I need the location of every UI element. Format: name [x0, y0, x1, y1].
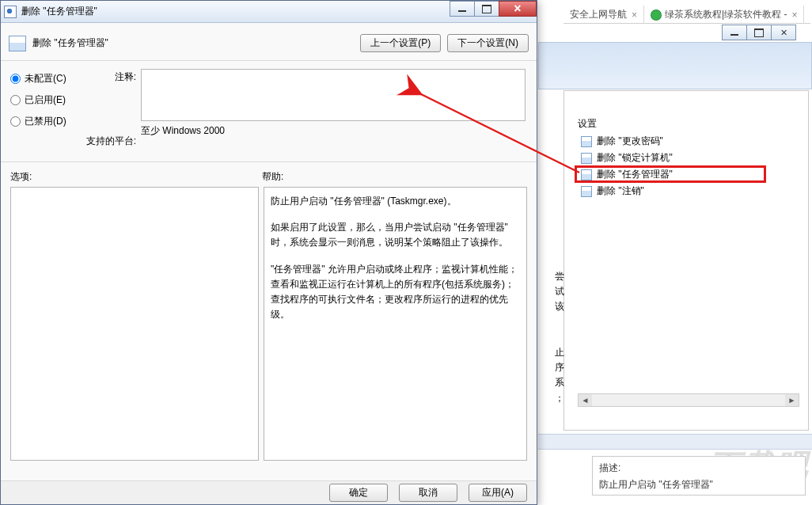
radio-label: 未配置(C) [25, 72, 66, 85]
minimize-button[interactable] [722, 25, 747, 40]
radio-input[interactable] [10, 95, 21, 105]
policy-icon [581, 136, 592, 147]
item-label: 删除 "锁定计算机" [597, 151, 673, 165]
platform-value: 至少 Windows 2000 [141, 121, 526, 138]
radio-group: 未配置(C) 已启用(E) 已禁用(D) [1, 66, 82, 161]
cancel-button[interactable]: 取消 [399, 484, 457, 502]
policy-icon [581, 186, 592, 197]
partial-text: 尝试该 止序系； [555, 269, 565, 406]
policy-icon [9, 36, 26, 51]
scroll-left-icon[interactable]: ◄ [579, 394, 592, 406]
options-label: 选项: [10, 170, 262, 184]
help-paragraph: 防止用户启动 "任务管理器" (Taskmgr.exe)。 [271, 194, 520, 209]
maximize-button[interactable] [746, 25, 772, 40]
header-title: 删除 "任务管理器" [32, 36, 108, 50]
tab-label: 绿茶系统教程|绿茶软件教程 - [665, 8, 787, 21]
list-item[interactable]: 删除 "注销" [578, 183, 804, 199]
help-paragraph: "任务管理器" 允许用户启动或终止程序；监视计算机性能；查看和监视正运行在计算机… [271, 262, 520, 323]
browser-tab-2[interactable]: 绿茶系统教程|绿茶软件教程 -× [644, 6, 804, 24]
radio-label: 已启用(E) [25, 93, 66, 107]
close-button[interactable]: ✕ [771, 25, 796, 40]
highlight-box [575, 165, 766, 183]
bg-status-bar [538, 434, 812, 450]
app-icon [4, 6, 17, 18]
header-row: 删除 "任务管理器" 上一个设置(P) 下一个设置(N) [1, 23, 537, 61]
radio-input[interactable] [10, 116, 21, 127]
tab-label: 安全上网导航 [570, 8, 627, 21]
window-title: 删除 "任务管理器" [21, 5, 97, 18]
description-text: 防止用户启动 "任务管理器" [599, 478, 799, 492]
section-labels: 选项: 帮助: [1, 162, 537, 187]
close-icon[interactable]: × [632, 9, 637, 21]
values-column: 至少 Windows 2000 [141, 66, 537, 161]
close-icon[interactable]: × [791, 9, 797, 21]
radio-label: 已禁用(D) [25, 115, 66, 128]
lower-section: 防止用户启动 "任务管理器" (Taskmgr.exe)。 如果启用了此设置，那… [1, 187, 537, 464]
window-controls-bg: ✕ [723, 25, 806, 42]
prev-setting-button[interactable]: 上一个设置(P) [360, 34, 441, 52]
window-controls [450, 1, 537, 17]
scrollbar-horizontal[interactable]: ◄ ► [578, 393, 799, 407]
title-bar[interactable]: 删除 "任务管理器" [1, 1, 537, 23]
policy-icon [581, 153, 592, 164]
help-textbox[interactable]: 防止用户启动 "任务管理器" (Taskmgr.exe)。 如果启用了此设置，那… [264, 187, 527, 461]
help-label: 帮助: [262, 170, 283, 184]
comment-label: 注释: [82, 70, 136, 84]
next-setting-button[interactable]: 下一个设置(N) [447, 34, 529, 52]
close-button[interactable] [499, 1, 537, 17]
item-label: 删除 "更改密码" [597, 135, 663, 148]
favicon-icon [651, 9, 662, 21]
policy-dialog: 删除 "任务管理器" 删除 "任务管理器" 上一个设置(P) 下一个设置(N) … [0, 0, 537, 505]
comment-textarea[interactable] [141, 69, 526, 121]
platform-label: 支持的平台: [82, 135, 136, 148]
list-item[interactable]: 删除 "更改密码" [578, 133, 804, 150]
radio-not-configured[interactable]: 未配置(C) [10, 72, 82, 85]
radio-enabled[interactable]: 已启用(E) [10, 93, 82, 107]
help-paragraph: 如果启用了此设置，那么，当用户尝试启动 "任务管理器" 时，系统会显示一则消息，… [271, 220, 520, 250]
radio-disabled[interactable]: 已禁用(D) [10, 115, 82, 128]
settings-heading: 设置 [578, 117, 597, 131]
middle-section: 未配置(C) 已启用(E) 已禁用(D) 注释: 支持的平台: 至少 Windo… [1, 61, 537, 162]
dialog-body: 删除 "任务管理器" 上一个设置(P) 下一个设置(N) 未配置(C) 已启用(… [1, 23, 537, 504]
minimize-button[interactable] [450, 1, 475, 17]
ok-button[interactable]: 确定 [329, 484, 388, 502]
description-label: 描述: [599, 461, 799, 475]
item-label: 删除 "注销" [597, 184, 644, 198]
radio-input[interactable] [10, 74, 21, 84]
bg-toolbar-strip [538, 42, 812, 89]
list-item[interactable]: 删除 "锁定计算机" [578, 150, 804, 166]
browser-tab-1[interactable]: 安全上网导航× [563, 6, 644, 24]
scroll-right-icon[interactable]: ► [785, 394, 799, 406]
dialog-footer: 确定 取消 应用(A) [1, 480, 537, 504]
description-panel: 描述: 防止用户启动 "任务管理器" [592, 456, 806, 496]
options-listbox[interactable] [10, 187, 259, 461]
browser-tabs: 安全上网导航× 绿茶系统教程|绿茶软件教程 -× [563, 6, 810, 24]
apply-button[interactable]: 应用(A) [469, 484, 527, 502]
labels-column: 注释: 支持的平台: [82, 66, 141, 161]
maximize-button[interactable] [474, 1, 499, 17]
